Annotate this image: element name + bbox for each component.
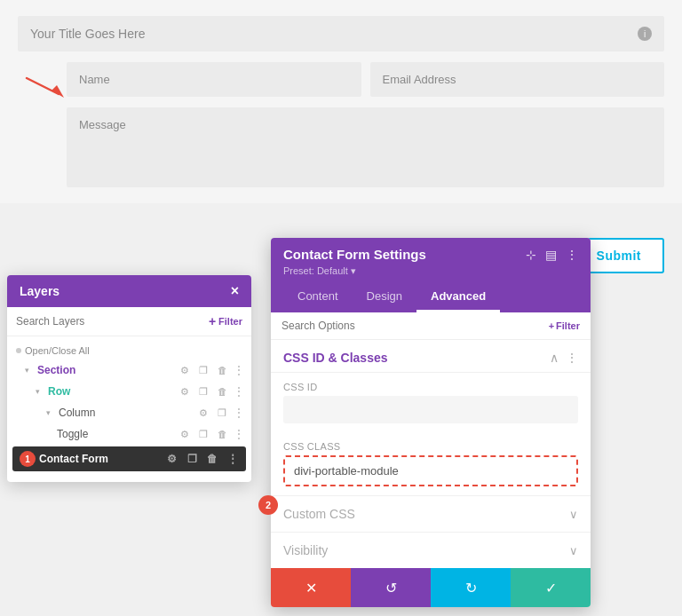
settings-search-row: + Filter	[271, 312, 591, 340]
layers-close-button[interactable]: ×	[231, 284, 239, 298]
css-id-classes-section-header: CSS ID & Classes ∧ ⋮	[271, 340, 591, 373]
layer-section-duplicate-icon[interactable]: ❐	[196, 363, 210, 377]
chevron-icon: ▾	[36, 387, 44, 396]
undo-button[interactable]: ↺	[351, 568, 431, 607]
visibility-section[interactable]: Visibility ∨	[271, 532, 591, 568]
settings-filter-button[interactable]: + Filter	[549, 320, 580, 331]
message-field[interactable]: Message	[67, 107, 664, 187]
settings-header: Contact Form Settings ⊹ ▤ ⋮ Preset: Defa…	[271, 238, 591, 312]
css-class-group: CSS Class	[271, 432, 591, 495]
contact-form-duplicate-icon[interactable]: ❐	[184, 451, 200, 467]
settings-search-input[interactable]	[282, 320, 543, 332]
layer-section[interactable]: ▾ Section ⚙ ❐ 🗑 ⋮	[7, 359, 251, 381]
redo-button[interactable]: ↻	[431, 568, 511, 607]
info-icon: i	[638, 27, 652, 41]
section-header-right: ∧ ⋮	[550, 351, 578, 365]
page-background: Your Title Goes Here i Name Email Addres…	[0, 0, 682, 203]
layers-panel: Layers × + Filter Open/Close All ▾ Secti…	[7, 275, 251, 482]
layer-section-label: Section	[37, 364, 174, 376]
custom-css-section[interactable]: Custom CSS ∨	[271, 495, 591, 532]
layer-toggle-settings-icon[interactable]: ⚙	[178, 427, 192, 441]
badge-2: 2	[258, 495, 278, 515]
css-id-classes-title: CSS ID & Classes	[283, 351, 388, 365]
layer-column[interactable]: ▾ Column ⚙ ❐ ⋮	[7, 402, 251, 423]
save-button[interactable]: ✓	[511, 568, 591, 607]
layer-row-duplicate-icon[interactable]: ❐	[196, 384, 210, 399]
layer-toggle-delete-icon[interactable]: 🗑	[215, 427, 229, 441]
layer-contact-form[interactable]: 1 Contact Form ⚙ ❐ 🗑 ⋮	[12, 446, 246, 471]
settings-panel: Contact Form Settings ⊹ ▤ ⋮ Preset: Defa…	[271, 238, 591, 607]
layer-section-more-icon[interactable]: ⋮	[234, 364, 244, 376]
layer-toggle-icons: ⚙ ❐ 🗑 ⋮	[178, 427, 244, 441]
layer-toggle[interactable]: Toggle ⚙ ❐ 🗑 ⋮	[7, 423, 251, 445]
tab-design[interactable]: Design	[353, 282, 416, 312]
layer-toggle-label: Toggle	[57, 428, 174, 440]
open-close-all[interactable]: Open/Close All	[7, 342, 251, 359]
settings-layout-icon[interactable]: ▤	[545, 248, 557, 262]
contact-form-delete-icon[interactable]: 🗑	[204, 451, 220, 467]
layer-row-label: Row	[48, 385, 174, 398]
chevron-down-icon: ∨	[569, 508, 578, 521]
layer-column-duplicate-icon[interactable]: ❐	[215, 406, 229, 420]
contact-form-badge: 1	[20, 451, 36, 467]
layers-header: Layers ×	[7, 275, 251, 307]
title-field: Your Title Goes Here i	[18, 16, 664, 51]
message-wrapper: Message	[18, 107, 664, 187]
contact-form-settings-icon[interactable]: ⚙	[163, 451, 179, 467]
layers-search-row: + Filter	[7, 307, 251, 336]
layer-column-label: Column	[59, 407, 193, 419]
tab-content[interactable]: Content	[283, 282, 353, 312]
css-class-input[interactable]	[283, 455, 578, 486]
layer-section-delete-icon[interactable]: 🗑	[215, 363, 229, 377]
layer-column-more-icon[interactable]: ⋮	[234, 407, 244, 419]
layers-search-input[interactable]	[16, 315, 203, 328]
tab-advanced[interactable]: Advanced	[416, 282, 500, 312]
layer-row-icons: ⚙ ❐ 🗑 ⋮	[178, 384, 244, 399]
section-dots-icon[interactable]: ⋮	[566, 351, 578, 365]
layer-toggle-duplicate-icon[interactable]: ❐	[196, 427, 210, 441]
layer-contact-form-label: Contact Form	[39, 453, 108, 465]
settings-body: CSS ID & Classes ∧ ⋮ CSS ID CSS Class Cu…	[271, 340, 591, 568]
svg-marker-1	[52, 85, 64, 98]
email-field[interactable]: Email Address	[370, 62, 665, 97]
open-close-dot	[16, 348, 21, 353]
settings-header-top: Contact Form Settings ⊹ ▤ ⋮	[283, 247, 578, 262]
section-collapse-icon[interactable]: ∧	[550, 351, 559, 365]
chevron-icon: ▾	[46, 408, 55, 417]
layer-toggle-more-icon[interactable]: ⋮	[234, 428, 244, 440]
layer-column-settings-icon[interactable]: ⚙	[196, 406, 210, 420]
name-field[interactable]: Name	[67, 62, 361, 97]
contact-form-more-icon[interactable]: ⋮	[225, 451, 241, 467]
chevron-down-icon: ∨	[569, 544, 578, 557]
layers-title: Layers	[20, 284, 59, 298]
visibility-title: Visibility	[283, 543, 328, 557]
settings-panel-title: Contact Form Settings	[283, 247, 426, 262]
layer-column-icons: ⚙ ❐ ⋮	[196, 406, 244, 420]
settings-tabs: Content Design Advanced	[283, 282, 578, 312]
layers-body: Open/Close All ▾ Section ⚙ ❐ 🗑 ⋮ ▾ Row ⚙…	[7, 336, 251, 482]
settings-more-icon[interactable]: ⋮	[566, 248, 578, 262]
contact-form-icons: ⚙ ❐ 🗑 ⋮	[163, 451, 241, 467]
title-text: Your Title Goes Here	[30, 27, 145, 41]
settings-footer: ✕ ↺ ↻ ✓	[271, 568, 591, 607]
layer-row[interactable]: ▾ Row ⚙ ❐ 🗑 ⋮	[7, 381, 251, 402]
settings-preset[interactable]: Preset: Default ▾	[283, 265, 578, 277]
layer-section-settings-icon[interactable]: ⚙	[178, 363, 192, 377]
css-id-group: CSS ID	[271, 373, 591, 432]
custom-css-title: Custom CSS	[283, 507, 355, 521]
cancel-button[interactable]: ✕	[271, 568, 351, 607]
layer-row-settings-icon[interactable]: ⚙	[178, 384, 192, 399]
css-id-label: CSS ID	[283, 382, 578, 392]
layer-row-more-icon[interactable]: ⋮	[234, 385, 244, 398]
settings-responsive-icon[interactable]: ⊹	[526, 248, 536, 262]
css-id-input[interactable]	[283, 396, 578, 423]
red-arrow-icon	[25, 75, 69, 99]
chevron-icon: ▾	[25, 366, 34, 375]
settings-header-icons: ⊹ ▤ ⋮	[526, 248, 578, 262]
layer-section-icons: ⚙ ❐ 🗑 ⋮	[178, 363, 244, 377]
layers-filter-button[interactable]: + Filter	[209, 314, 242, 328]
layer-row-delete-icon[interactable]: 🗑	[215, 384, 229, 399]
css-class-label: CSS Class	[283, 441, 578, 452]
name-email-row: Name Email Address	[18, 62, 664, 97]
